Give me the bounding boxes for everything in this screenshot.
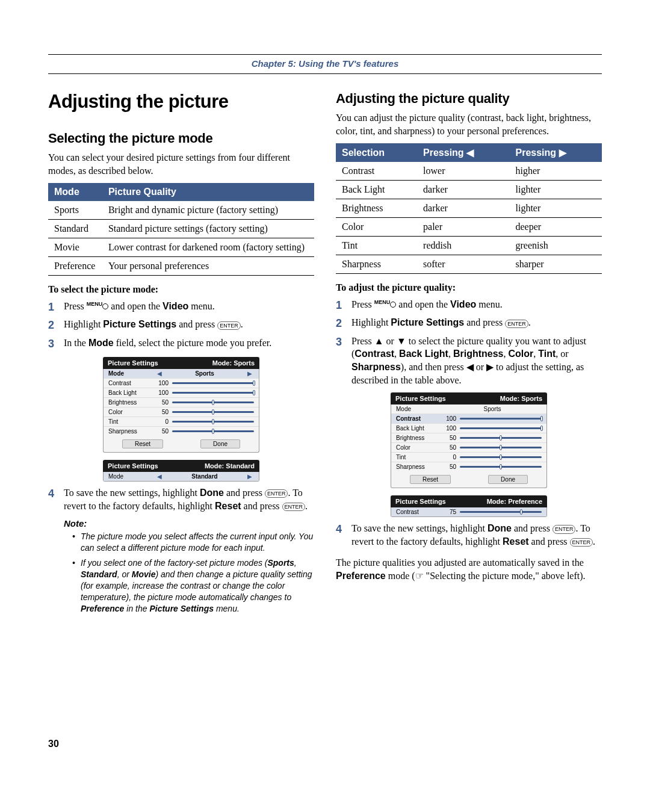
table-row: Back Lightdarkerlighter: [336, 181, 602, 199]
section-heading-right: Adjusting the picture quality: [336, 91, 602, 107]
enter-icon: ENTER: [282, 503, 306, 511]
step: 3 Press ▲ or ▼ to select the picture qua…: [336, 335, 602, 386]
step: 4 To save the new settings, highlight Do…: [48, 486, 314, 512]
enter-icon: ENTER: [265, 489, 288, 498]
right-arrow-icon: ▶: [246, 473, 254, 480]
instruction-heading-right: To adjust the picture quality:: [336, 282, 602, 293]
osd-mini-left: Picture SettingsMode: Standard Mode ◀Sta…: [103, 460, 259, 482]
qual-th2: Pressing ◀: [417, 143, 509, 162]
left-column: Adjusting the picture Selecting the pict…: [48, 91, 314, 618]
right-column: Adjusting the picture quality You can ad…: [336, 91, 602, 618]
section-heading-left: Selecting the picture mode: [48, 131, 314, 146]
enter-icon: ENTER: [505, 320, 528, 328]
steps-right: 1 Press MENU and open the Video menu. 2 …: [336, 298, 602, 386]
button-circle-icon: [390, 302, 396, 308]
done-button: Done: [200, 439, 240, 448]
osd-menu-right: Picture SettingsMode: Sports Mode Sports…: [391, 392, 547, 488]
left-intro: You can select your desired picture sett…: [48, 151, 314, 177]
page-title: Adjusting the picture: [48, 91, 314, 113]
table-row: Sharpnesssoftersharper: [336, 255, 602, 274]
table-row: SportsBright and dynamic picture (factor…: [48, 201, 314, 220]
note-item: The picture mode you select affects the …: [72, 531, 314, 554]
done-button: Done: [488, 475, 528, 484]
step: 1 Press MENU and open the Video menu.: [48, 300, 314, 314]
mode-table: Mode Picture Quality SportsBright and dy…: [48, 183, 314, 276]
rule-mid: [48, 73, 602, 74]
quality-table: Selection Pressing ◀ Pressing ▶ Contrast…: [336, 143, 602, 274]
right-postscript: The picture qualities you adjusted are a…: [336, 556, 602, 582]
enter-icon: ENTER: [570, 538, 593, 547]
table-row: Brightnessdarkerlighter: [336, 199, 602, 218]
right-intro: You can adjust the picture quality (cont…: [336, 111, 602, 137]
rule-top: [48, 54, 602, 55]
mode-th1: Mode: [48, 183, 102, 201]
steps-left: 1 Press MENU and open the Video menu. 2 …: [48, 300, 314, 351]
step: 2 Highlight Picture Settings and press E…: [336, 316, 602, 330]
step: 4 To save the new settings, highlight Do…: [336, 522, 602, 548]
step: 1 Press MENU and open the Video menu.: [336, 298, 602, 312]
instruction-heading-left: To select the picture mode:: [48, 284, 314, 295]
right-arrow-icon: ▶: [246, 370, 254, 377]
enter-icon: ENTER: [217, 321, 241, 330]
note-block: Note: The picture mode you select affect…: [48, 518, 314, 614]
left-arrow-icon: ◀: [155, 473, 164, 480]
steps-right-4: 4 To save the new settings, highlight Do…: [336, 522, 602, 548]
chapter-heading: Chapter 5: Using the TV's features: [48, 58, 602, 69]
note-heading: Note:: [64, 518, 314, 528]
two-column-layout: Adjusting the picture Selecting the pict…: [48, 91, 602, 618]
step: 2 Highlight Picture Settings and press E…: [48, 318, 314, 332]
enter-icon: ENTER: [552, 525, 576, 533]
reset-button: Reset: [122, 439, 163, 448]
reset-button: Reset: [410, 475, 451, 484]
table-row: MovieLower contrast for darkened room (f…: [48, 238, 314, 257]
table-row: Contrastlowerhigher: [336, 162, 602, 181]
mode-th2: Picture Quality: [102, 183, 314, 201]
table-row: Tintreddishgreenish: [336, 237, 602, 255]
page-number: 30: [48, 739, 602, 749]
steps-left-4: 4 To save the new settings, highlight Do…: [48, 486, 314, 512]
osd-mini-right: Picture SettingsMode: Preference Contras…: [391, 495, 547, 517]
note-list: The picture mode you select affects the …: [64, 531, 314, 614]
table-row: Colorpalerdeeper: [336, 218, 602, 237]
note-item: If you select one of the factory-set pic…: [72, 557, 314, 614]
menu-icon: MENU: [87, 300, 103, 308]
left-arrow-icon: ◀: [155, 370, 164, 377]
table-row: PreferenceYour personal preferences: [48, 257, 314, 276]
qual-th1: Selection: [336, 143, 417, 162]
menu-icon: MENU: [374, 299, 391, 306]
table-row: StandardStandard picture settings (facto…: [48, 220, 314, 238]
step: 3 In the Mode field, select the picture …: [48, 336, 314, 351]
qual-th3: Pressing ▶: [510, 143, 602, 162]
button-circle-icon: [102, 303, 108, 309]
osd-menu-left: Picture SettingsMode: Sports Mode ◀Sport…: [103, 357, 259, 453]
